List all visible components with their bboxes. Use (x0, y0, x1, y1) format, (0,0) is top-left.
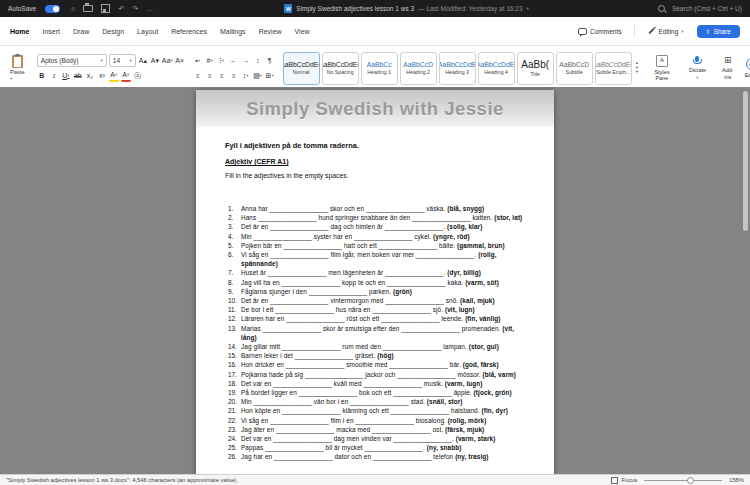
tab-design[interactable]: Design (102, 28, 124, 35)
numbering-button[interactable]: #▾ (205, 55, 215, 66)
grow-font-button[interactable]: A▴ (138, 55, 148, 66)
item-number: 13. (228, 324, 241, 342)
paragraph-group: •▾ #▾ ⁝▾ ← → ↕ ¶ ≡ ≡ ≡ ≡ ↕▾ ▨▾ ⊞▾ (193, 48, 275, 88)
exercise-item: 5.Pojken bär en ________________ hatt oc… (228, 241, 524, 250)
style-normal[interactable]: AaBbCcDdEeNormal (283, 52, 320, 85)
strikethrough-button[interactable]: ab (73, 70, 83, 81)
shading-button[interactable]: ▨▾ (253, 70, 263, 81)
style-label: Subtle Emph... (596, 69, 630, 75)
paste-button[interactable]: Paste ▾ (6, 55, 29, 81)
font-name-select[interactable]: Aptos (Body)▾ (37, 54, 107, 67)
font-size-select[interactable]: 14▾ (109, 54, 136, 67)
scrollbar-thumb[interactable] (743, 91, 748, 231)
zoom-slider[interactable] (644, 480, 722, 481)
character-shading-button[interactable]: Ⓐ (133, 70, 143, 81)
item-text: Det var en ________________ dag men vind… (241, 434, 524, 443)
clear-formatting-button[interactable]: A× (175, 55, 185, 66)
tab-layout[interactable]: Layout (137, 28, 158, 35)
styles-gallery-scroll[interactable]: ▴ ▾ ▾ (635, 48, 639, 88)
item-number: 16. (228, 360, 241, 369)
style-heading-4[interactable]: AaBbCcDdEfHeading 4 (478, 52, 515, 85)
item-number: 25. (228, 443, 241, 452)
style-subtle-emph-[interactable]: AaBbCcDdEeSubtle Emph... (595, 52, 632, 85)
align-left-button[interactable]: ≡ (193, 70, 203, 81)
tab-home[interactable]: Home (10, 28, 29, 35)
exercise-item: 10.Det är en ________________ vintermorg… (228, 296, 524, 305)
multilevel-list-button[interactable]: ⁝▾ (217, 55, 227, 66)
share-button[interactable]: ⇧ Share (697, 25, 740, 38)
save-icon[interactable] (101, 4, 110, 13)
word-doc-icon: W (284, 4, 292, 13)
italic-button[interactable]: I (49, 70, 59, 81)
sort-button[interactable]: ↕ (253, 55, 263, 66)
item-hint: (dyr, billig) (447, 269, 481, 276)
shrink-font-button[interactable]: A▾ (150, 55, 160, 66)
tab-mailings[interactable]: Mailings (220, 28, 246, 35)
home-icon[interactable]: ⌂ (71, 5, 75, 12)
page-body[interactable]: Fyll i adjektiven på de tomma raderna. A… (196, 141, 554, 462)
style-heading-3[interactable]: AaBbCcDdEHeading 3 (439, 52, 476, 85)
document-canvas[interactable]: Simply Swedish with Jessie Fyll i adjekt… (0, 87, 750, 475)
align-right-button[interactable]: ≡ (217, 70, 227, 81)
decrease-indent-button[interactable]: ← (229, 55, 239, 66)
increase-indent-button[interactable]: → (241, 55, 251, 66)
add-ins-button[interactable]: ⊞ Add-ins (718, 48, 738, 88)
print-icon[interactable] (83, 5, 93, 12)
align-center-button[interactable]: ≡ (205, 70, 215, 81)
item-number: 26. (228, 452, 241, 461)
item-hint: (vit, lång) (241, 325, 514, 341)
dictate-button[interactable]: Dictate ▾ (685, 48, 710, 88)
tab-insert[interactable]: Insert (42, 28, 60, 35)
zoom-slider-knob[interactable] (687, 477, 694, 484)
style-heading-2[interactable]: AaBbCcDHeading 2 (400, 52, 437, 85)
item-hint: (ny, trasig) (455, 453, 488, 460)
item-text: Jag vill ha en ________________ kopp te … (241, 278, 524, 287)
editor-button[interactable]: Editor (741, 48, 750, 88)
item-number: 2. (228, 213, 241, 222)
window-title[interactable]: W Simply Swedish adjectives lesson 1 ws … (284, 4, 528, 13)
document-page[interactable]: Simply Swedish with Jessie Fyll i adjekt… (196, 90, 554, 475)
chevron-down-icon: ▾ (681, 29, 683, 34)
item-number: 4. (228, 232, 241, 241)
doc-instructions: Fill in the adjectives in the empty spac… (225, 172, 524, 179)
show-paragraph-marks-button[interactable]: ¶ (265, 55, 275, 66)
item-number: 7. (228, 268, 241, 277)
underline-button[interactable]: U▾ (61, 70, 71, 81)
font-color-button[interactable]: A▾ (121, 69, 131, 82)
styles-pane-button[interactable]: A Styles Pane (647, 48, 677, 88)
editor-label: Editor (745, 72, 750, 78)
change-case-button[interactable]: Aa▾ (162, 55, 173, 66)
style-heading-1[interactable]: AaBbCcHeading 1 (361, 52, 398, 85)
highlight-color-button[interactable]: A▾ (109, 69, 119, 82)
subscript-button[interactable]: x₂ (85, 70, 95, 81)
autosave-toggle[interactable] (45, 5, 60, 13)
style-subtitle[interactable]: AaBbCcDSubtitle (556, 52, 593, 85)
item-text: Min ________________ syster har en _____… (241, 232, 524, 241)
exercise-item: 14.Jag gillar mitt ________________ rum … (228, 342, 524, 351)
style-no-spacing[interactable]: AaBbCcDdEeNo Spacing (322, 52, 359, 85)
tab-references[interactable]: References (171, 28, 207, 35)
search-box[interactable]: Search (Cmd + Ctrl + U) (658, 5, 742, 12)
more-commands-icon[interactable]: … (146, 5, 153, 12)
focus-button[interactable]: Focus (611, 477, 637, 484)
item-hint: (blå, snygg) (447, 205, 484, 212)
comments-label: Comments (590, 28, 621, 35)
editing-mode-button[interactable]: Editing ▾ (643, 26, 688, 37)
item-text: Pappas ________________ bil är mycket __… (241, 443, 524, 452)
undo-icon[interactable]: ↶ (118, 5, 124, 13)
justify-button[interactable]: ≡ (229, 70, 239, 81)
tab-view[interactable]: View (295, 28, 310, 35)
tab-review[interactable]: Review (259, 28, 282, 35)
line-spacing-button[interactable]: ↕▾ (241, 70, 251, 81)
bold-button[interactable]: B (37, 70, 47, 81)
exercise-item: 16.Hon dricker en ________________ smoot… (228, 360, 524, 369)
item-text: De bor i ett ________________ hus nära e… (241, 305, 524, 314)
comments-button[interactable]: Comments (573, 26, 626, 37)
borders-button[interactable]: ⊞▾ (265, 70, 275, 81)
style-title[interactable]: AaBb(Title (517, 52, 554, 85)
superscript-button[interactable]: x² (97, 70, 107, 81)
redo-icon[interactable]: ↷ (132, 5, 138, 13)
bullets-button[interactable]: •▾ (193, 55, 203, 66)
tab-draw[interactable]: Draw (73, 28, 89, 35)
zoom-level[interactable]: 158% (729, 477, 744, 483)
